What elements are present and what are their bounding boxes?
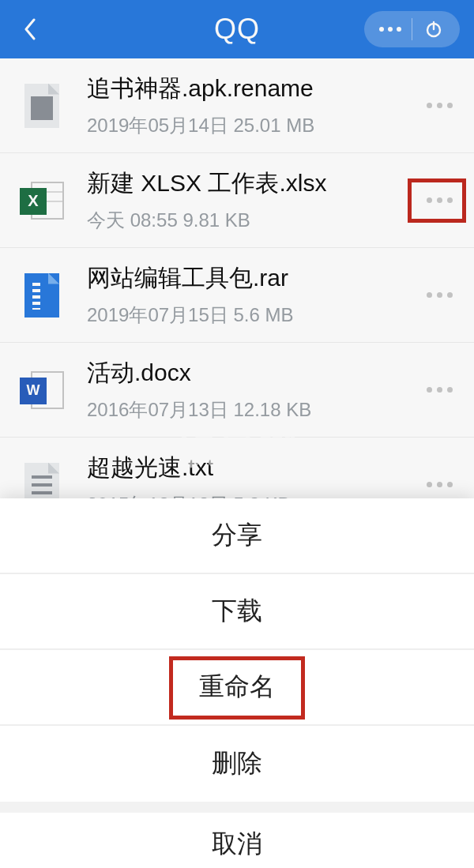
file-info: 活动.docx 2016年07月13日 12.18 KB [87,357,417,423]
file-row[interactable]: X 新建 XLSX 工作表.xlsx 今天 08:55 9.81 KB [0,153,474,248]
sheet-cancel[interactable]: 取消 [0,813,474,868]
header-close-button[interactable] [412,11,455,47]
file-name: 超越光速.txt [87,452,417,484]
annotation-highlight [169,656,305,720]
header-actions [364,11,460,47]
file-info: 追书神器.apk.rename 2019年05月14日 25.01 MB [87,73,417,138]
action-sheet: 分享 下载 重命名 删除 取消 [0,498,474,868]
sheet-rename[interactable]: 重命名 [0,650,474,726]
sheet-download-label: 下载 [212,594,262,629]
file-info: 网站编辑工具包.rar 2019年07月15日 5.6 MB [87,262,417,328]
header-bar: QQ [0,0,474,58]
file-info: 新建 XLSX 工作表.xlsx 今天 08:55 9.81 KB [87,167,417,233]
header-more-button[interactable] [369,11,412,47]
file-row[interactable]: 网站编辑工具包.rar 2019年07月15日 5.6 MB [0,248,474,343]
file-generic-icon [17,81,66,130]
chevron-left-icon [23,18,37,40]
sheet-share[interactable]: 分享 [0,498,474,574]
app-root: QQ 追书神器.apk.r [0,0,474,868]
annotation-highlight [408,178,466,223]
sheet-delete-label: 删除 [212,746,262,781]
back-button[interactable] [14,13,46,45]
file-meta: 2016年07月13日 12.18 KB [87,397,417,423]
more-icon [427,103,453,108]
file-meta: 2019年05月14日 25.01 MB [87,113,417,138]
file-name: 追书神器.apk.rename [87,73,417,105]
file-meta: 2019年07月15日 5.6 MB [87,302,417,328]
file-xlsx-icon: X [17,176,66,225]
header-pill [364,11,460,47]
more-icon [427,387,453,393]
power-icon [424,20,443,39]
file-row[interactable]: 追书神器.apk.rename 2019年05月14日 25.01 MB [0,58,474,153]
file-more-button[interactable] [417,273,461,318]
file-row[interactable]: W 活动.docx 2016年07月13日 12.18 KB [0,343,474,438]
file-docx-icon: W [17,366,66,415]
file-name: 新建 XLSX 工作表.xlsx [87,167,417,200]
more-icon [427,482,453,487]
sheet-download[interactable]: 下载 [0,574,474,650]
sheet-cancel-separator: 取消 [0,802,474,868]
sheet-share-label: 分享 [212,518,262,553]
file-rar-icon [17,271,66,320]
sheet-delete[interactable]: 删除 [0,726,474,802]
file-name: 活动.docx [87,357,417,389]
file-meta: 今天 08:55 9.81 KB [87,208,417,233]
more-icon [379,27,401,32]
file-more-button[interactable] [417,84,461,128]
file-more-button[interactable] [417,368,461,412]
sheet-cancel-label: 取消 [212,827,262,862]
more-icon [427,292,453,298]
file-name: 网站编辑工具包.rar [87,262,417,295]
